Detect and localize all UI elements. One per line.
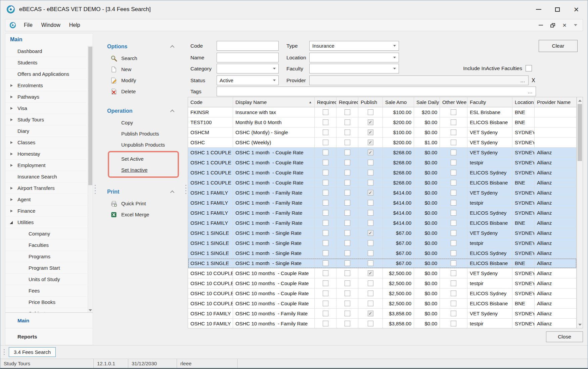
tab-fees-search[interactable]: 3.4 Fees Search [9,347,56,357]
column-header-provider-name-10[interactable]: Provider Name [535,97,577,107]
checkbox[interactable] [451,119,456,125]
table-row[interactable]: OSHC 1 SINGLEOSHC 1 month - Single Rate$… [188,258,577,268]
menu-item-help[interactable]: Help [65,20,85,30]
tags-input[interactable]: … [217,87,536,96]
option-item-excel-merge[interactable]: Excel Merge [97,209,184,220]
checkbox[interactable] [368,230,373,236]
checkbox[interactable] [323,109,328,115]
name-input[interactable] [217,53,279,62]
clear-button[interactable]: Clear [539,40,578,52]
checkbox[interactable] [323,119,328,125]
checkbox[interactable] [345,291,350,296]
checkbox[interactable] [345,150,350,155]
checkbox[interactable] [368,140,373,145]
checkbox[interactable] [345,210,350,216]
checkbox[interactable] [323,140,328,145]
checkbox[interactable] [323,280,328,286]
checkbox[interactable] [368,301,373,306]
checkbox[interactable] [368,129,373,135]
checkbox[interactable] [451,291,456,296]
sidebar-group-main[interactable]: Main [5,313,93,328]
mdi-restore-icon[interactable] [550,23,555,28]
table-row[interactable]: OSHC 10 COUPLEOSHC 10 months - Couple Ra… [188,278,577,288]
scrollbar-thumb[interactable] [578,104,582,161]
sidebar-item-company[interactable]: Company [5,228,87,240]
menu-item-window[interactable]: Window [37,20,65,30]
mdi-close-icon[interactable]: × [562,22,567,29]
checkbox[interactable] [345,301,350,306]
checkbox[interactable] [451,170,456,175]
sidebar-item-visa[interactable]: Visa [5,103,87,114]
checkbox[interactable] [323,200,328,206]
table-row[interactable]: OSHC 10 FAMILYOSHC 10 months - Family Ra… [188,319,577,328]
checkbox[interactable] [451,200,456,206]
checkbox[interactable] [451,109,456,115]
checkbox[interactable] [368,280,373,286]
option-item-new[interactable]: New [97,64,184,75]
sidebar-item-utilities[interactable]: Utilities [5,217,87,228]
sidebar-item-fees[interactable]: Fees [5,285,87,297]
checkbox[interactable] [323,170,328,175]
table-row[interactable]: OSHC 1 FAMILYOSHC 1 month - Family Rate$… [188,198,577,208]
sidebar-item-homestay[interactable]: Homestay [5,148,87,160]
checkbox[interactable] [323,160,328,165]
checkbox[interactable] [323,190,328,196]
sidebar-item-students[interactable]: Students [5,57,87,68]
sidebar-item-agent[interactable]: Agent [5,194,87,205]
location-select[interactable] [309,53,399,62]
checkbox[interactable] [345,180,350,186]
checkbox[interactable] [345,140,350,145]
checkbox[interactable] [345,200,350,206]
checkbox[interactable] [345,240,350,246]
option-item-copy[interactable]: Copy [97,117,184,128]
group-header-options[interactable]: Options [97,41,184,53]
checkbox[interactable] [368,160,373,165]
checkbox[interactable] [345,270,350,276]
table-row[interactable]: OSHC 1 FAMILYOSHC 1 month - Family Rate$… [188,218,577,228]
checkbox[interactable] [345,311,350,316]
checkbox[interactable] [451,210,456,216]
type-select[interactable]: Insurance [309,41,399,51]
checkbox[interactable] [451,150,456,155]
checkbox[interactable] [451,301,456,306]
option-item-set-active[interactable]: Set Active [109,153,178,164]
table-row[interactable]: OSHC 1 FAMILYOSHC 1 month - Family Rate$… [188,208,577,218]
checkbox[interactable] [345,280,350,286]
checkbox[interactable] [345,250,350,256]
sidebar-item-enrolments[interactable]: Enrolments [5,80,87,91]
table-row[interactable]: OSHC 1 SINGLEOSHC 1 month - Single Rate$… [188,248,577,258]
table-row[interactable]: OSHC 1 SINGLEOSHC 1 month - Single Rate$… [188,228,577,238]
option-item-quick-print[interactable]: Quick Print [97,198,184,209]
sidebar-item-airport-transfers[interactable]: Airport Transfers [5,182,87,194]
table-row[interactable]: OSHC 1 COUPLEOSHC 1 month - Couple Rate$… [188,178,577,188]
close-window-button[interactable]: × [567,2,586,16]
option-item-unpublish-products[interactable]: Unpublish Products [97,139,184,150]
maximize-button[interactable] [548,2,567,16]
sidebar-item-program-start[interactable]: Program Start [5,262,87,274]
table-row[interactable]: OSHC 1 COUPLEOSHC 1 month - Couple Rate$… [188,158,577,168]
sidebar-item-price-books[interactable]: Price Books [5,297,87,308]
checkbox[interactable] [368,270,373,276]
checkbox[interactable] [345,321,350,326]
table-row[interactable]: OSHC 1 FAMILYOSHC 1 month - Family Rate$… [188,188,577,198]
ellipsis-button[interactable]: … [520,77,526,83]
checkbox[interactable] [368,311,373,316]
checkbox[interactable] [345,170,350,175]
menu-item-file[interactable]: File [19,20,37,30]
checkbox[interactable] [451,260,456,266]
checkbox[interactable] [368,109,373,115]
checkbox[interactable] [368,260,373,266]
checkbox[interactable] [368,119,373,125]
checkbox[interactable] [368,291,373,296]
checkbox[interactable] [368,321,373,326]
checkbox[interactable] [323,180,328,186]
table-row[interactable]: OSHC 10 COUPLEOSHC 10 months - Couple Ra… [188,299,577,309]
option-item-delete[interactable]: Delete [97,86,184,97]
code-input[interactable] [217,41,279,51]
checkbox[interactable] [451,321,456,326]
option-item-modify[interactable]: Modify [97,75,184,86]
checkbox[interactable] [323,250,328,256]
checkbox[interactable] [345,230,350,236]
checkbox[interactable] [368,180,373,186]
checkbox[interactable] [323,230,328,236]
